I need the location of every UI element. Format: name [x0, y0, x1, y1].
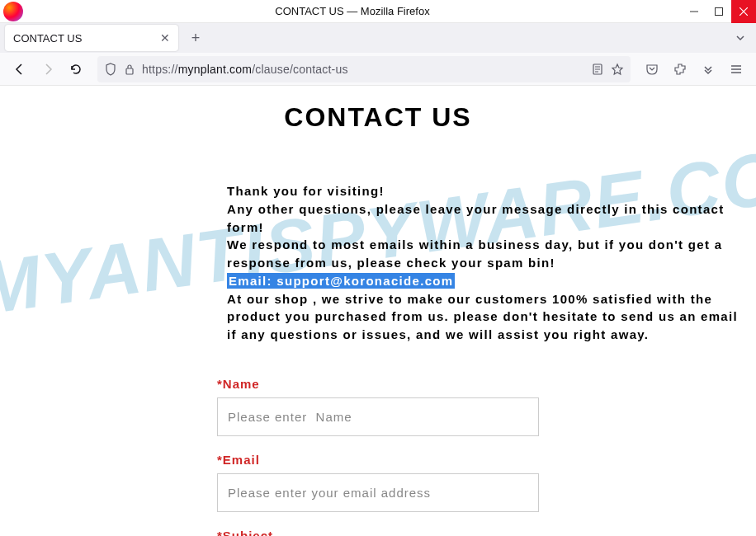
contact-email: Email: support@koronacide.com [227, 273, 455, 289]
tab-active[interactable]: CONTACT US ✕ [5, 25, 178, 51]
subject-label: *Subject [217, 529, 539, 536]
overflow-button[interactable] [695, 56, 721, 82]
name-label: *Name [217, 377, 539, 391]
tab-close-icon[interactable]: ✕ [160, 31, 170, 45]
shield-icon [104, 63, 117, 76]
svg-rect-1 [716, 7, 723, 15]
maximize-button[interactable] [706, 0, 731, 23]
page-content[interactable]: MYANTISPYWARE.COM CONTACT US Thank you f… [0, 86, 756, 536]
window-controls [682, 0, 756, 23]
email-input[interactable] [217, 473, 539, 512]
reload-button[interactable] [63, 56, 89, 82]
minimize-button[interactable] [682, 0, 706, 23]
new-tab-button[interactable]: + [183, 26, 208, 50]
tab-bar: CONTACT US ✕ + [0, 23, 756, 53]
lock-icon [124, 63, 135, 75]
tab-label: CONTACT US [13, 32, 82, 45]
email-label: *Email [217, 453, 539, 467]
intro-p2: Any other questions, please leave your m… [227, 200, 747, 237]
intro-text: Thank you for visiting! Any other questi… [227, 182, 747, 344]
intro-p3: We respond to most emails within a busin… [227, 236, 747, 272]
forward-button[interactable] [35, 56, 61, 82]
intro-p1: Thank you for visiting! [227, 182, 747, 200]
navigation-toolbar: https://mynplant.com/clause/contact-us [0, 53, 756, 86]
window-titlebar: CONTACT US — Mozilla Firefox [0, 0, 756, 23]
app-menu-button[interactable] [723, 56, 749, 82]
firefox-logo-icon [3, 2, 23, 21]
contact-form: *Name *Email *Subject [217, 377, 539, 536]
window-title: CONTACT US — Mozilla Firefox [23, 5, 682, 17]
url-text: https://mynplant.com/clause/contact-us [142, 63, 584, 76]
name-input[interactable] [217, 397, 539, 436]
extensions-button[interactable] [667, 56, 693, 82]
url-bar[interactable]: https://mynplant.com/clause/contact-us [97, 56, 631, 82]
intro-p4: At our shop , we strive to make our cust… [227, 290, 747, 344]
bookmark-star-icon[interactable] [611, 63, 624, 76]
page-heading: CONTACT US [0, 102, 756, 133]
tabs-dropdown-button[interactable] [728, 26, 753, 50]
close-button[interactable] [731, 0, 756, 23]
svg-rect-4 [126, 68, 133, 74]
back-button[interactable] [7, 56, 33, 82]
pocket-button[interactable] [639, 56, 665, 82]
reader-mode-icon[interactable] [591, 63, 604, 76]
